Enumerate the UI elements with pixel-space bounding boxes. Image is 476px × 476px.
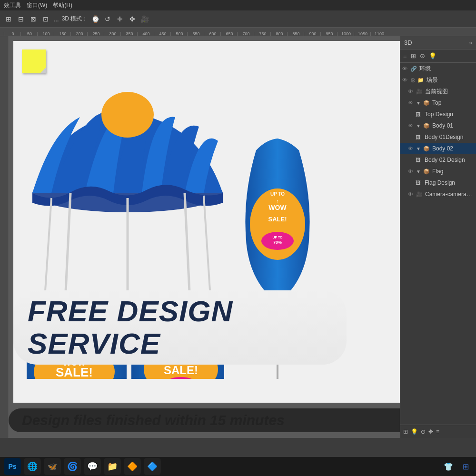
layer-name: Flag Design bbox=[425, 179, 474, 186]
layer-name: 环境 bbox=[419, 65, 474, 73]
taskbar-grid-icon[interactable]: ⊞ bbox=[459, 460, 472, 473]
svg-text:70%: 70% bbox=[273, 240, 282, 245]
layer-name: Top bbox=[432, 99, 474, 106]
taskbar-app-explorer[interactable]: 📁 bbox=[104, 458, 121, 475]
design-icon: 🖼 bbox=[416, 157, 423, 163]
eye-icon[interactable]: 👁 bbox=[408, 169, 415, 174]
taskbar-app-7[interactable]: 🔷 bbox=[144, 458, 161, 475]
canvas-area[interactable]: END OF SEASON WOW SALE! UP TO 70% END OF… bbox=[9, 36, 400, 438]
layer-item-body02[interactable]: 👁 ▼ 📦 Body 02 bbox=[400, 143, 476, 154]
panel-chevron-icon[interactable]: » bbox=[469, 40, 472, 46]
ruler-mark: 550 bbox=[187, 32, 204, 36]
fold-icon[interactable]: ▼ bbox=[416, 169, 422, 174]
layer-name: Camera-camera004Nod bbox=[425, 191, 474, 198]
taskbar-app-3[interactable]: 🦋 bbox=[44, 458, 61, 475]
eye-icon[interactable]: 👁 bbox=[402, 66, 409, 71]
fold-icon[interactable]: ▼ bbox=[416, 100, 422, 106]
ruler-mark: 900 bbox=[304, 32, 320, 36]
panel-bottom-icon-2[interactable]: 💡 bbox=[411, 428, 418, 435]
panel-bottom-icon-3[interactable]: ⊙ bbox=[421, 428, 426, 435]
taskbar-right: 👕 ⊞ bbox=[442, 460, 472, 473]
panel-sphere-icon[interactable]: ⊙ bbox=[420, 52, 425, 60]
panel-header: 3D » bbox=[400, 36, 476, 50]
ruler-mark: 350 bbox=[120, 32, 137, 36]
svg-point-1 bbox=[101, 92, 154, 138]
taskbar-app-photoshop[interactable]: Ps bbox=[4, 458, 21, 475]
menu-item-window[interactable]: 窗口(W) bbox=[27, 1, 47, 10]
canvas-surface: END OF SEASON WOW SALE! UP TO 70% END OF… bbox=[13, 41, 400, 403]
panel-3d: 3D » ≡ ⊞ ⊙ 💡 👁 🔗 环境 👁 ⛓ 📁 场景 bbox=[400, 36, 476, 438]
toolbar-icon-1[interactable]: ⊞ bbox=[4, 14, 13, 24]
layer-name: Body 01Design bbox=[425, 134, 474, 140]
toolbar-icon-4[interactable]: ⊡ bbox=[41, 14, 50, 24]
layer-item-flag[interactable]: 👁 ▼ 📦 Flag bbox=[400, 166, 476, 177]
panel-bottom-icon-4[interactable]: ✥ bbox=[428, 428, 433, 435]
svg-text:UP TO: UP TO bbox=[272, 236, 283, 239]
layer-item-body01-design[interactable]: 🖼 Body 01Design bbox=[400, 131, 476, 143]
taskbar-app-wechat[interactable]: 💬 bbox=[84, 458, 101, 475]
layer-type-icon: 📦 bbox=[423, 169, 431, 175]
layer-item-huanjing[interactable]: 👁 🔗 环境 bbox=[400, 63, 476, 74]
panel-scene-icon[interactable]: ≡ bbox=[403, 52, 407, 60]
eye-icon[interactable]: 👁 bbox=[408, 123, 415, 129]
svg-text:SALE!: SALE! bbox=[56, 365, 93, 379]
layer-item-top[interactable]: 👁 ▼ 📦 Top bbox=[400, 97, 476, 109]
eye-icon[interactable]: 👁 bbox=[408, 89, 415, 94]
ruler-mark: 850 bbox=[287, 32, 304, 36]
toolbar-3d-icon4[interactable]: ✤ bbox=[128, 14, 137, 24]
panel-toolbar: ≡ ⊞ ⊙ 💡 bbox=[400, 50, 476, 63]
panel-bottom-icon-1[interactable]: ⊞ bbox=[403, 428, 408, 435]
ruler-mark: 0 bbox=[4, 32, 20, 36]
dff-banner: Design files finished within 15 minutes bbox=[9, 408, 400, 432]
layer-name: Body 02 Design bbox=[425, 157, 474, 163]
eye-icon[interactable]: 👁 bbox=[402, 77, 409, 83]
taskbar-app-edge[interactable]: 🌀 bbox=[64, 458, 81, 475]
fold-icon[interactable]: ▼ bbox=[416, 146, 422, 151]
ruler-mark: 1100 bbox=[370, 32, 387, 36]
toolbar-3d-label: 3D 模式： bbox=[62, 15, 88, 23]
chain-icon[interactable]: ⛓ bbox=[410, 78, 416, 83]
layer-item-body01[interactable]: 👁 ▼ 📦 Body 01 bbox=[400, 120, 476, 131]
ruler-mark: 200 bbox=[70, 32, 87, 36]
sticky-note[interactable] bbox=[22, 50, 46, 73]
ruler-mark: 650 bbox=[220, 32, 237, 36]
svg-text:SALE!: SALE! bbox=[268, 216, 287, 223]
toolbar-3d-icon3[interactable]: ✛ bbox=[115, 14, 125, 24]
taskbar-app-6[interactable]: 🔶 bbox=[124, 458, 141, 475]
eye-icon[interactable]: 👁 bbox=[408, 100, 415, 106]
menu-item-help[interactable]: 帮助(H) bbox=[53, 1, 72, 10]
layer-item-camera[interactable]: 👁 🎥 Camera-camera004Nod bbox=[400, 188, 476, 200]
toolbar-icon-2[interactable]: ⊟ bbox=[16, 14, 26, 24]
ruler-mark: 700 bbox=[237, 32, 254, 36]
layer-name: Flag bbox=[432, 168, 474, 175]
taskbar-app-chrome[interactable]: 🌐 bbox=[24, 458, 41, 475]
menu-item-tools[interactable]: 效工具 bbox=[4, 1, 21, 10]
layer-item-changjing[interactable]: 👁 ⛓ 📁 场景 bbox=[400, 74, 476, 86]
panel-grid-icon[interactable]: ⊞ bbox=[411, 52, 416, 60]
eye-icon[interactable]: 👁 bbox=[408, 191, 415, 197]
main-area: END OF SEASON WOW SALE! UP TO 70% END OF… bbox=[0, 36, 476, 438]
panel-bottom-bar: ⊞ 💡 ⊙ ✥ ≡ bbox=[400, 425, 476, 438]
layer-item-flag-design[interactable]: 🖼 Flag Design bbox=[400, 177, 476, 188]
layer-item-top-design[interactable]: 🖼 Top Design bbox=[400, 109, 476, 120]
toolbar-3d-icon5[interactable]: 🎥 bbox=[140, 14, 149, 24]
eye-icon[interactable]: 👁 bbox=[408, 146, 415, 151]
toolbar-more[interactable]: ... bbox=[53, 15, 59, 23]
ruler-horizontal: 0 50 100 150 200 250 300 350 400 450 500… bbox=[0, 28, 476, 36]
ruler-mark: 400 bbox=[137, 32, 154, 36]
svg-text:↑: ↑ bbox=[277, 198, 279, 204]
toolbar-3d-icon2[interactable]: ↺ bbox=[103, 14, 112, 24]
panel-bottom-icon-5[interactable]: ≡ bbox=[436, 428, 439, 435]
toolbar-3d-icon1[interactable]: ⌚ bbox=[90, 14, 100, 24]
panel-title: 3D bbox=[404, 39, 412, 46]
toolbar-icon-3[interactable]: ⊠ bbox=[29, 14, 38, 24]
camera-icon: 🎥 bbox=[416, 89, 424, 95]
panel-light-icon[interactable]: 💡 bbox=[429, 52, 436, 60]
layer-item-dangqian[interactable]: 👁 🎥 当前视图 bbox=[400, 86, 476, 97]
ruler-mark: 500 bbox=[170, 32, 187, 36]
taskbar-shirt-icon[interactable]: 👕 bbox=[442, 460, 455, 473]
fold-icon[interactable]: ▼ bbox=[416, 123, 422, 129]
layer-item-body02-design[interactable]: 🖼 Body 02 Design bbox=[400, 154, 476, 166]
svg-text:UP TO: UP TO bbox=[270, 191, 285, 197]
layer-name: Body 01 bbox=[432, 122, 474, 129]
